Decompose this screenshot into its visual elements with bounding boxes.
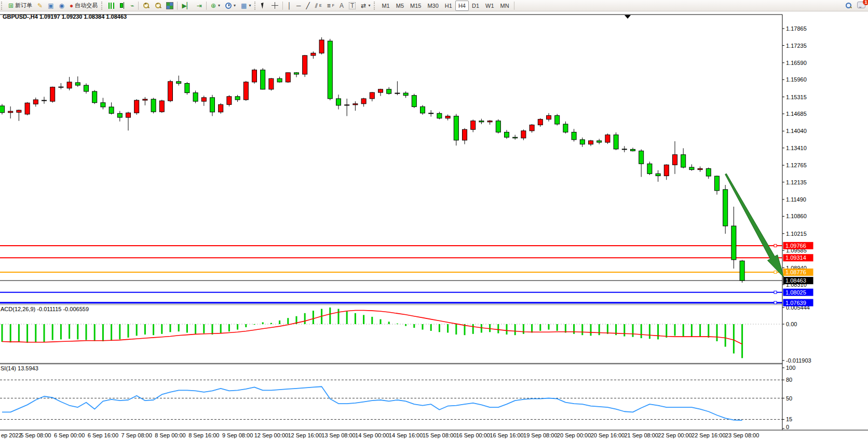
indicators-button[interactable]: ⊕▾ — [208, 1, 223, 11]
macd-bar — [599, 324, 600, 335]
timeframe-button-mn[interactable]: MN — [497, 1, 512, 11]
chart-shift-icon: ▶▏ — [182, 3, 191, 9]
zoom-out-button[interactable]: − — [152, 1, 164, 11]
toolbar-grip[interactable] — [101, 2, 105, 10]
macd-bar — [741, 324, 743, 358]
candle-body — [563, 124, 568, 132]
fibonacci-label: F — [332, 4, 334, 7]
macd-bar — [287, 318, 289, 324]
bar-chart-button[interactable] — [106, 1, 117, 11]
candle — [193, 90, 198, 103]
vertical-line-button[interactable]: │ — [284, 1, 294, 11]
timeframe-button-m15[interactable]: M15 — [407, 1, 424, 11]
hline-anchor[interactable] — [774, 271, 777, 273]
cursor-button[interactable] — [259, 1, 269, 11]
candle-body — [479, 121, 484, 122]
macd-bar — [371, 317, 373, 324]
macd-bar — [52, 324, 53, 340]
candle-body — [219, 104, 223, 112]
candle-body — [294, 73, 299, 74]
hline-anchor[interactable] — [774, 301, 777, 304]
macd-bar — [674, 324, 676, 336]
price-tick-label: 1.15960 — [786, 76, 807, 83]
macd-bar — [26, 324, 28, 343]
timeframe-button-m30[interactable]: M30 — [424, 1, 441, 11]
toolbar-separator — [138, 2, 139, 10]
macd-bar — [716, 324, 718, 341]
price-tag-text: 1.08776 — [785, 269, 806, 275]
macd-bar — [447, 324, 449, 332]
time-axis: ep 20225 Sep 08:006 Sep 00:006 Sep 16:00… — [1, 432, 759, 438]
zoom-in-button[interactable]: + — [140, 1, 152, 11]
candle — [243, 81, 248, 101]
toolbar-grip[interactable] — [374, 2, 377, 10]
terminal-button[interactable]: ▣ — [45, 1, 56, 11]
crosshair-button[interactable] — [269, 1, 281, 11]
macd-bar — [531, 324, 533, 332]
candle-body — [201, 98, 206, 101]
tile-windows-button[interactable] — [164, 1, 175, 11]
candle-body — [126, 113, 131, 117]
horizontal-line-button[interactable]: ─ — [294, 1, 304, 11]
fibonacci-icon: ≡ — [327, 3, 331, 9]
candle-body — [353, 104, 358, 105]
periods-button[interactable]: ▾ — [223, 1, 238, 11]
template-icon: ▦ — [241, 3, 247, 9]
line-chart-button[interactable]: ⌁ — [128, 1, 137, 11]
candlestick-chart-button[interactable] — [117, 1, 128, 11]
crayon-button[interactable]: ✎ — [35, 1, 45, 11]
hline-anchor[interactable] — [774, 291, 777, 293]
price-label-1.09766: 1.09766 — [783, 242, 813, 249]
text-label-button[interactable]: T — [346, 1, 358, 11]
macd-bar — [388, 322, 390, 324]
price-chart[interactable]: 1.178651.172351.165901.159601.153151.146… — [0, 11, 868, 441]
chart-shift-button[interactable]: ▶▏ — [179, 1, 194, 11]
candle-body — [243, 82, 248, 100]
autotrade-button[interactable]: ● 自动交易 — [67, 1, 100, 11]
candle-body — [277, 78, 282, 82]
candle-body — [92, 91, 97, 103]
macd-bar — [161, 324, 162, 334]
signal-button[interactable]: ◉ — [56, 1, 66, 11]
timeframe-button-h4[interactable]: H4 — [455, 1, 469, 11]
candle-body — [286, 73, 290, 82]
channel-label: E — [319, 4, 322, 7]
notifications-button[interactable]: 1 — [855, 1, 868, 11]
macd-bar — [557, 324, 558, 331]
candle — [555, 114, 560, 125]
candle-body — [437, 113, 442, 118]
fibonacci-button[interactable]: ≡F — [324, 1, 337, 11]
new-order-button[interactable]: ⊞ 新订单 — [6, 1, 35, 11]
auto-scroll-button[interactable]: ⇥ — [194, 1, 205, 11]
hline-anchor[interactable] — [774, 244, 777, 247]
timeframe-button-m5[interactable]: M5 — [393, 1, 407, 11]
candle-body — [109, 107, 114, 113]
auto-scroll-icon: ⇥ — [197, 3, 202, 9]
time-tick-label: 16 Sep 00:00 — [456, 432, 490, 438]
candle-body — [75, 83, 80, 85]
time-tick-label: 6 Sep 00:00 — [54, 432, 85, 438]
crosshair-icon — [272, 2, 278, 9]
toolbar-grip[interactable] — [254, 2, 258, 10]
candle-body — [311, 53, 316, 56]
text-button[interactable]: A — [337, 1, 346, 11]
timeframe-button-d1[interactable]: D1 — [469, 1, 482, 11]
trendline-button[interactable]: ╱ — [303, 1, 312, 11]
candle-body — [639, 151, 644, 164]
macd-bar — [708, 324, 709, 338]
timeframe-button-m1[interactable]: M1 — [378, 1, 392, 11]
terminal-icon: ▣ — [48, 3, 53, 9]
timeframe-button-w1[interactable]: W1 — [482, 1, 497, 11]
macd-bar — [472, 324, 474, 334]
timeframe-button-h1[interactable]: H1 — [442, 1, 455, 11]
time-tick-label: 8 Sep 16:00 — [188, 432, 219, 438]
price-tick-label: 1.14040 — [786, 128, 807, 134]
candle — [159, 100, 164, 113]
arrows-button[interactable]: ⇄▾ — [358, 1, 373, 11]
candle-body — [33, 100, 38, 104]
search-button[interactable] — [843, 1, 855, 11]
channel-button[interactable]: ⫽E — [313, 1, 324, 11]
toolbar-grip[interactable] — [1, 2, 5, 10]
macd-bar — [363, 315, 364, 324]
templates-button[interactable]: ▦▾ — [238, 1, 253, 11]
